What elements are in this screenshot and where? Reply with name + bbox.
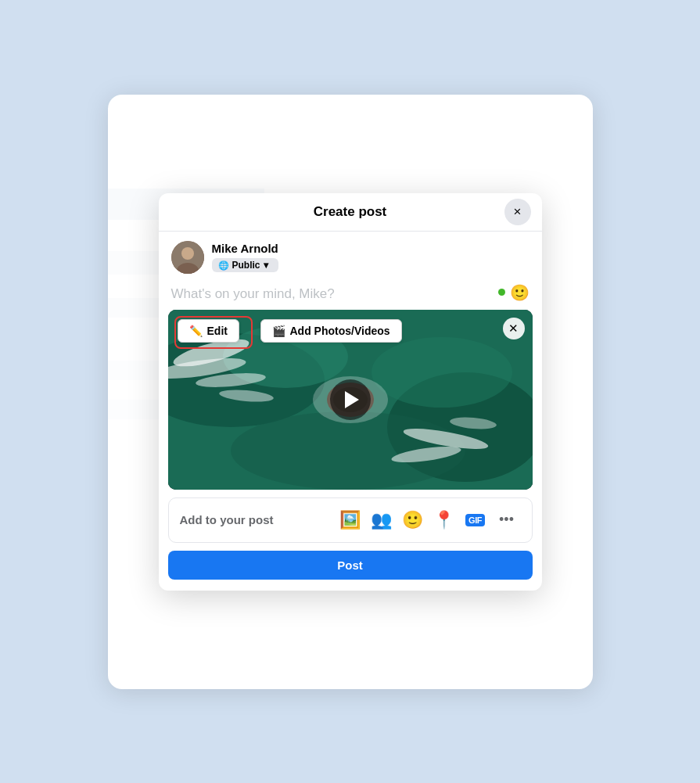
create-post-modal: Create post × Mike Arnold 🌐 P bbox=[159, 193, 542, 591]
svg-point-1 bbox=[181, 247, 194, 260]
add-to-post-label: Add to your post bbox=[180, 513, 274, 526]
user-name: Mike Arnold bbox=[212, 242, 278, 255]
svg-point-8 bbox=[372, 337, 512, 408]
compose-placeholder[interactable]: What's on your mind, Mike? bbox=[171, 283, 498, 302]
chevron-down-icon: ▾ bbox=[264, 260, 268, 271]
more-options-button[interactable]: ••• bbox=[493, 506, 521, 534]
modal-title: Create post bbox=[314, 204, 387, 220]
privacy-button[interactable]: 🌐 Public ▾ bbox=[212, 258, 278, 272]
modal-header: Create post × bbox=[159, 193, 542, 232]
add-photos-icon: 🎬 bbox=[272, 325, 285, 337]
privacy-label: Public bbox=[232, 260, 260, 271]
pencil-icon: ✏️ bbox=[189, 325, 203, 337]
post-button-wrapper: Post bbox=[159, 551, 542, 591]
add-photo-video-button[interactable]: 🖼️ bbox=[336, 506, 364, 534]
play-button[interactable] bbox=[330, 379, 371, 420]
play-triangle-icon bbox=[345, 391, 359, 408]
avatar-image bbox=[171, 241, 204, 274]
add-to-post-icons: 🖼️ 👥 🙂 📍 GIF bbox=[336, 506, 521, 534]
edit-label: Edit bbox=[207, 325, 228, 337]
post-button[interactable]: Post bbox=[168, 551, 533, 580]
add-to-post-bar: Add to your post 🖼️ 👥 🙂 📍 bbox=[168, 497, 533, 543]
tag-people-button[interactable]: 👥 bbox=[368, 506, 396, 534]
gif-button[interactable]: GIF bbox=[461, 506, 490, 534]
feeling-activity-button[interactable]: 🙂 bbox=[399, 506, 427, 534]
check-in-button[interactable]: 📍 bbox=[430, 506, 458, 534]
edit-button[interactable]: ✏️ Edit bbox=[178, 319, 239, 343]
add-photos-button[interactable]: 🎬 Add Photos/Videos bbox=[260, 319, 402, 343]
tag-people-icon: 👥 bbox=[371, 510, 392, 530]
avatar bbox=[171, 241, 204, 274]
user-row: Mike Arnold 🌐 Public ▾ bbox=[159, 232, 542, 280]
activity-dot bbox=[498, 289, 505, 296]
emoji-activity-icon: 🙂 bbox=[402, 510, 423, 530]
compose-actions: 🙂 bbox=[498, 283, 529, 302]
photo-video-icon: 🖼️ bbox=[339, 510, 361, 530]
media-container: ✏️ Edit 🎬 Add Photos/Videos ✕ bbox=[168, 310, 533, 490]
user-info: Mike Arnold 🌐 Public ▾ bbox=[212, 242, 278, 272]
add-photos-label: Add Photos/Videos bbox=[290, 325, 390, 337]
gif-icon: GIF bbox=[465, 514, 485, 526]
more-icon: ••• bbox=[499, 512, 514, 528]
close-button[interactable]: × bbox=[504, 199, 531, 225]
emoji-picker-button[interactable]: 🙂 bbox=[510, 283, 529, 302]
compose-area: What's on your mind, Mike? 🙂 bbox=[159, 280, 542, 310]
globe-icon: 🌐 bbox=[218, 260, 229, 271]
outer-card: Create post × Mike Arnold 🌐 P bbox=[108, 95, 593, 689]
media-close-button[interactable]: ✕ bbox=[503, 318, 525, 339]
location-icon: 📍 bbox=[433, 510, 454, 530]
